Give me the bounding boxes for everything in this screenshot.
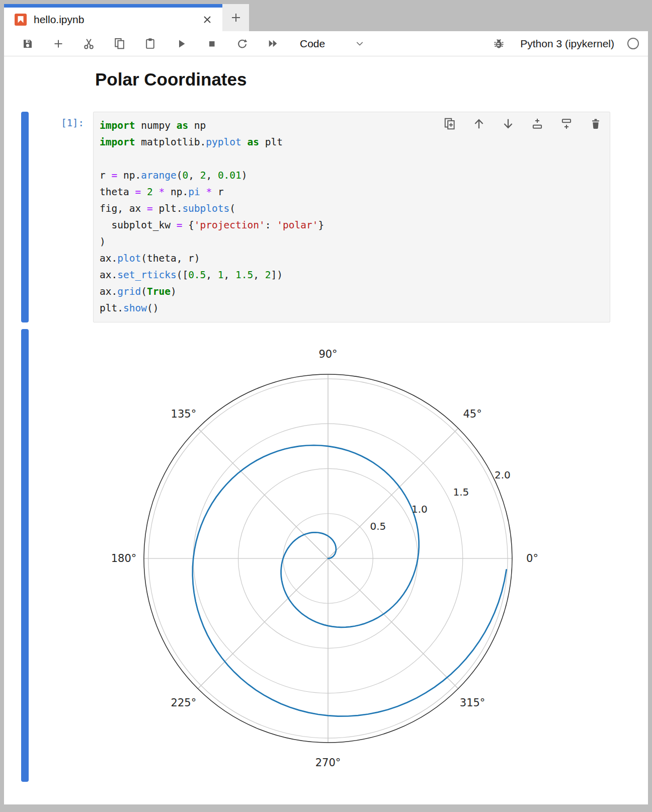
insert-cell-icon xyxy=(52,38,64,50)
cut-cells-icon xyxy=(83,37,95,50)
plus-icon xyxy=(230,12,242,24)
svg-text:315°: 315° xyxy=(460,697,485,709)
restart-run-all-button[interactable] xyxy=(267,37,279,50)
kernel-status-circle-icon[interactable] xyxy=(627,38,639,49)
notebook-file-icon xyxy=(14,13,27,26)
execution-count: [1]: xyxy=(29,112,93,322)
duplicate-cell-button[interactable] xyxy=(443,117,456,130)
polar-plot: 0°45°90°135°180°225°270°315°0.51.01.52.0 xyxy=(98,329,551,782)
code-line xyxy=(100,150,610,167)
delete-cell-button[interactable] xyxy=(589,117,602,130)
jupyterlab-window: hello.ipynb xyxy=(4,4,648,804)
toolbar-button-group xyxy=(21,37,279,50)
cut-cells-button[interactable] xyxy=(83,37,95,50)
code-line: r = np.arange(0, 2, 0.01) xyxy=(100,167,610,184)
code-line: ax.set_rticks([0.5, 1, 1.5, 2]) xyxy=(100,267,610,283)
duplicate-cell-icon xyxy=(443,117,456,130)
markdown-heading: Polar Coordinates xyxy=(95,68,648,91)
tab-title: hello.ipynb xyxy=(34,14,201,26)
svg-text:225°: 225° xyxy=(171,697,197,709)
tab-bar: hello.ipynb xyxy=(4,4,648,31)
active-tab-accent-bar xyxy=(4,4,222,8)
svg-text:270°: 270° xyxy=(315,757,341,769)
run-cell-icon xyxy=(175,38,187,50)
svg-text:1.0: 1.0 xyxy=(412,503,428,515)
interrupt-kernel-button[interactable] xyxy=(205,37,218,50)
figure-output: 0°45°90°135°180°225°270°315°0.51.01.52.0 xyxy=(98,329,551,782)
svg-text:2.0: 2.0 xyxy=(495,469,511,481)
stop-icon xyxy=(206,38,218,50)
code-line: plt.show() xyxy=(100,300,610,316)
code-line: ax.plot(theta, r) xyxy=(100,250,610,267)
code-line: subplot_kw = {'projection': 'polar'} xyxy=(100,217,610,233)
output-cell: 0°45°90°135°180°225°270°315°0.51.01.52.0 xyxy=(4,329,648,782)
copy-cells-button[interactable] xyxy=(113,37,126,50)
paste-cells-button[interactable] xyxy=(144,37,156,50)
code-line: ) xyxy=(100,233,610,250)
insert-cell-above-icon xyxy=(531,117,544,130)
cell-toolbar xyxy=(443,117,602,130)
restart-kernel-button[interactable] xyxy=(236,37,249,50)
paste-cells-icon xyxy=(144,37,156,50)
output-collapser[interactable] xyxy=(21,329,29,782)
move-cell-up-button[interactable] xyxy=(472,117,485,130)
insert-cell-button[interactable] xyxy=(52,37,64,50)
code-lines: import numpy as npimport matplotlib.pypl… xyxy=(100,117,610,316)
run-cell-button[interactable] xyxy=(175,37,187,50)
chevron-down-icon xyxy=(355,39,364,48)
code-line: theta = 2 * np.pi * r xyxy=(100,184,610,200)
cell-collapser[interactable] xyxy=(21,112,29,322)
svg-text:0°: 0° xyxy=(526,552,538,564)
code-editor[interactable]: import numpy as npimport matplotlib.pypl… xyxy=(93,112,610,322)
toolbar-right-group: Python 3 (ipykernel) xyxy=(493,37,639,50)
tab-hello-ipynb[interactable]: hello.ipynb xyxy=(4,4,222,31)
move-cell-down-icon xyxy=(502,117,515,130)
notebook-panel: Polar Coordinates [1]: import numpy as n… xyxy=(4,56,648,804)
output-prompt xyxy=(29,329,93,782)
restart-kernel-icon xyxy=(236,37,249,50)
svg-text:180°: 180° xyxy=(111,552,137,564)
move-cell-down-button[interactable] xyxy=(502,117,514,130)
fast-forward-icon xyxy=(267,37,279,50)
svg-text:1.5: 1.5 xyxy=(453,486,469,498)
kernel-name[interactable]: Python 3 (ipykernel) xyxy=(520,38,614,50)
svg-text:135°: 135° xyxy=(171,408,197,420)
save-button[interactable] xyxy=(21,37,34,50)
notebook-toolbar: Code Python 3 (ipykernel) xyxy=(4,31,648,56)
insert-cell-below-button[interactable] xyxy=(560,117,573,130)
bug-icon xyxy=(493,37,505,50)
debugger-button[interactable] xyxy=(493,37,505,50)
svg-text:90°: 90° xyxy=(318,348,337,360)
new-tab-button[interactable] xyxy=(222,4,249,31)
svg-text:45°: 45° xyxy=(463,408,481,420)
code-line: ax.grid(True) xyxy=(100,283,610,300)
cell-type-dropdown[interactable]: Code xyxy=(300,38,364,50)
code-line: import matplotlib.pyplot as plt xyxy=(100,134,610,150)
move-cell-up-icon xyxy=(472,117,485,130)
insert-cell-above-button[interactable] xyxy=(531,117,543,130)
cell-type-label: Code xyxy=(300,38,325,50)
code-line: fig, ax = plt.subplots( xyxy=(100,200,610,217)
delete-cell-icon xyxy=(590,118,602,130)
copy-cells-icon xyxy=(113,37,126,50)
save-icon xyxy=(22,38,34,50)
insert-cell-below-icon xyxy=(560,117,573,130)
tab-close-icon[interactable] xyxy=(201,14,213,26)
svg-text:0.5: 0.5 xyxy=(370,520,386,532)
code-cell: [1]: import numpy as npimport matplotlib… xyxy=(4,112,648,322)
